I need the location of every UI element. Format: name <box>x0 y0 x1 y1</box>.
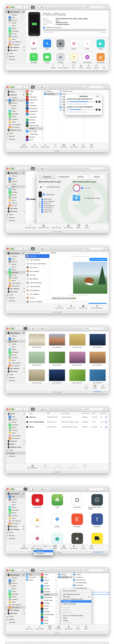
app-row[interactable]: ▶ Replay ▶ <box>40 619 58 622</box>
sidebar-item[interactable]: A Apps <box>6 579 25 582</box>
toolbar-button[interactable]: ⚙ Options <box>89 545 94 549</box>
checkbox-row[interactable]: ✦ ✓ iTunes U (0) <box>39 211 71 213</box>
view-list-button[interactable]: ☰ <box>27 167 31 170</box>
disclosure-icon[interactable]: ▾ <box>6 413 7 414</box>
toolbar-button[interactable]: ◉ Browse Content <box>41 464 50 468</box>
cancel-button[interactable]: ✕ <box>98 109 100 111</box>
sidebar-item[interactable]: ▤ File System <box>6 126 25 128</box>
app-row[interactable]: k Kindle ▶ <box>40 607 58 610</box>
conversation-row[interactable]: ☻ Barry Alabama <box>25 270 49 273</box>
app-grid-tile[interactable]: ⛟ Transmit <box>87 532 107 544</box>
app-row[interactable]: ♪ iTunes U ▶ <box>40 604 58 607</box>
conversation-row[interactable]: ☻ Flavia Zilievska <box>25 288 49 292</box>
action-menu-button[interactable]: ≡⌄ <box>45 6 49 9</box>
toolbar-button[interactable]: Ⓐ Manage Apps <box>20 545 28 549</box>
refresh-button[interactable]: ↻ <box>36 167 39 170</box>
library-radio-row[interactable]: Library (130) <box>39 192 71 197</box>
sidebar-item[interactable]: ▸ Bill's iPad <box>6 525 25 528</box>
menu-item[interactable]: Refresh "Documents" <box>61 590 92 592</box>
menu-item[interactable]: Extract App <box>61 606 92 608</box>
back-button[interactable]: ‹ <box>15 488 19 490</box>
sidebar-item[interactable]: ▸ ☎ Phone <box>6 274 25 276</box>
view-grid-button[interactable]: ∷ <box>24 167 27 170</box>
checkbox-checked[interactable]: ✓ <box>41 205 43 206</box>
sidebar-item[interactable]: ♪ Music <box>6 587 25 590</box>
photo-thumbnail[interactable] <box>89 352 106 363</box>
sidebar-item[interactable]: ❖ FileApp <box>6 576 25 579</box>
conversation-sort-header[interactable]: Conversation (by date)⌄ <box>25 252 49 254</box>
toolbar-button[interactable]: ▤ New Folder <box>61 143 67 148</box>
toolbar-button[interactable]: ⇦ Copy to Mac <box>25 625 33 630</box>
column-udid[interactable]: Device UDID <box>81 412 91 414</box>
app-row[interactable]: ❖ Dropbox ▶ <box>40 584 58 588</box>
menu-item[interactable]: New Shortcut <box>61 622 92 624</box>
sidebar-item[interactable]: ≡ Notes <box>6 359 25 362</box>
sidebar-item[interactable]: ▾ Phil's iPhone <box>6 252 25 255</box>
sidebar-item[interactable]: ◉ Camera <box>6 418 25 421</box>
sidebar-item[interactable]: ◷ Backups <box>6 618 25 621</box>
sidebar-item[interactable]: ▶ Videos <box>6 27 25 30</box>
sidebar-item[interactable]: ▤ File System <box>6 522 25 525</box>
section-tile[interactable]: ☻ Contacts <box>54 52 67 64</box>
minimize-button[interactable] <box>9 570 11 571</box>
sidebar-item[interactable]: ✿ Photos <box>6 183 25 186</box>
view-list-button[interactable]: ☰ <box>27 408 31 410</box>
disclosure-icon[interactable]: ▸ <box>6 47 7 48</box>
toolbar-button[interactable]: ▤ Export to Folder <box>64 224 73 228</box>
conversation-row[interactable]: ☻ Karl Lagarfield <box>25 292 49 296</box>
app-row[interactable]: a Airbnb ▶ <box>25 90 43 93</box>
app-row[interactable]: ≡ AnyList ▶ <box>25 101 43 104</box>
backup-row[interactable]: Greg's 6s Yesterday 16:39 iPhone 6s Plus… <box>25 415 109 420</box>
app-grid-tile[interactable]: f Facebook <box>87 512 107 532</box>
disclosure-icon[interactable]: ▸ <box>6 130 7 131</box>
app-row[interactable]: ❖ FileApp ▶ <box>40 593 58 596</box>
sidebar-item[interactable]: ☁ iCloud <box>6 531 25 534</box>
sidebar-item[interactable]: ◷ Backups <box>6 296 25 299</box>
toolbar-button[interactable]: ★ New Shortcut <box>70 545 78 549</box>
sidebar-item[interactable]: ▸ ☎ Phone <box>6 426 25 429</box>
disclosure-icon[interactable]: ▾ <box>6 94 7 96</box>
toolbar-button[interactable]: ★ New Shortcut <box>65 625 72 630</box>
sidebar-item[interactable]: ≡ Notes <box>6 279 25 282</box>
sidebar-item[interactable]: ▤ File System <box>6 284 25 287</box>
toolbar-button[interactable]: Ⓐ Manage Apps <box>20 143 28 148</box>
photo-cell[interactable]: IMG_0041.JPG <box>68 333 86 350</box>
app-row[interactable]: ★ iMovie ▶ <box>25 138 43 141</box>
app-grid-tile[interactable]: ❖ FileApp <box>27 532 47 544</box>
photo-thumbnail[interactable] <box>49 334 65 346</box>
menu-item[interactable]: Extract App <box>34 550 53 552</box>
sidebar-item[interactable]: ▸ Tim's iPho <box>6 207 25 210</box>
sidebar-item[interactable]: ❞ Messages <box>6 271 25 274</box>
file-row[interactable]: Documents <box>43 92 59 95</box>
quicklook-button[interactable]: ◉ <box>41 408 44 410</box>
search-input[interactable] <box>84 6 103 8</box>
quicklook-button[interactable]: ◉ <box>41 86 44 88</box>
zoom-button[interactable] <box>12 328 14 329</box>
app-row[interactable]: e Evernote ▶ <box>40 588 58 590</box>
minimize-button[interactable] <box>9 328 11 329</box>
disclosure-icon[interactable]: ▸ <box>6 526 7 527</box>
toolbar-button[interactable]: ✎ Rename <box>86 64 91 68</box>
app-row[interactable]: ▢ Files United ▶ <box>25 130 43 133</box>
disclosure-icon[interactable]: ▸ <box>7 274 8 276</box>
file-row[interactable]: Document.pages <box>73 581 109 584</box>
disclosure-icon[interactable]: ▾ <box>6 493 7 494</box>
disclosure-icon[interactable]: ▸ <box>6 446 7 448</box>
conversation-row[interactable]: ☻ Greg Zo <box>25 296 49 300</box>
quicklook-button[interactable]: ◉ <box>41 167 44 170</box>
disclosure-icon[interactable]: ▸ <box>7 33 8 34</box>
search-input[interactable] <box>84 569 103 571</box>
sidebar-item[interactable]: ☆ Shortcuts <box>6 537 25 540</box>
zoom-button[interactable] <box>12 570 14 571</box>
checkbox-checked[interactable]: ✓ <box>41 203 43 204</box>
close-button[interactable] <box>7 6 9 8</box>
minimize-button[interactable] <box>9 6 11 8</box>
sidebar-item[interactable]: ▸ Tim's iPhone ☾ <box>6 609 25 612</box>
search-field[interactable] <box>81 408 104 411</box>
sidebar-item[interactable]: ▸ ☎ Phone <box>6 194 25 196</box>
disclosure-icon[interactable]: ▸ <box>6 610 7 611</box>
checkbox-row[interactable]: ♪ ✓ Music (130) <box>39 198 71 200</box>
action-menu-button[interactable]: ≡⌄ <box>45 327 49 330</box>
conversation-row[interactable]: ☻ Geronimo Bedattino <box>25 300 49 304</box>
app-row[interactable]: ◉ Angry Birds 2 ▶ <box>25 98 43 101</box>
